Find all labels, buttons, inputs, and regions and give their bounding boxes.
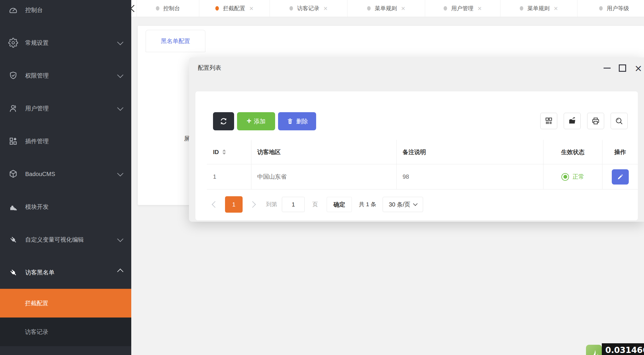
cell-id: 1: [207, 164, 251, 189]
tab-menu-rules-2[interactable]: 菜单规则 ×: [500, 0, 577, 17]
exec-time-badge: 0.031466s: [602, 343, 644, 355]
sidebar-subitem-label: 访客记录: [25, 328, 48, 336]
maximize-icon[interactable]: [619, 64, 626, 72]
chevron-down-icon: [117, 236, 123, 242]
sidebar-subitem-intercept-config[interactable]: 拦截配置: [0, 289, 131, 318]
sidebar-item-label: 访客黑名单: [25, 269, 54, 277]
chevron-left-icon: [130, 5, 137, 12]
plug-icon: [8, 235, 18, 245]
sidebar-item-visitor-blacklist[interactable]: 访客黑名单: [0, 256, 131, 289]
user-icon: [8, 103, 18, 113]
framework-logo: [586, 345, 602, 355]
config-list-window: 配置列表 ×: [189, 57, 644, 222]
table-header-row: ID 访客地区 备注说明 生效状态 操作: [207, 140, 638, 164]
tab-close-icon[interactable]: ×: [401, 5, 405, 12]
per-page-select[interactable]: 30 条/页: [383, 197, 423, 212]
tab-close-icon[interactable]: ×: [554, 5, 558, 12]
tabs-scroll-left-button[interactable]: [131, 0, 137, 17]
print-button[interactable]: [587, 113, 604, 129]
refresh-icon: [219, 117, 228, 126]
delete-button[interactable]: 删除: [278, 112, 316, 130]
column-header-actions: 操作: [602, 140, 638, 164]
tab-close-icon[interactable]: ×: [249, 5, 253, 12]
tab-user-management[interactable]: 用户管理 ×: [425, 0, 500, 17]
add-button-label: 添加: [254, 117, 265, 125]
tab-close-icon[interactable]: ×: [478, 5, 482, 12]
sidebar-subitem-visitor-log[interactable]: 访客记录: [0, 318, 131, 346]
table-row: 1 中国山东省 98 正常: [207, 164, 638, 190]
tab-label: 控制台: [163, 5, 180, 12]
tab-dot-icon: [520, 6, 523, 11]
goto-page-input[interactable]: 1: [282, 197, 305, 212]
shield-check-icon: [8, 71, 18, 81]
sidebar-item-label: 常规设置: [25, 39, 49, 47]
tab-label: 用户管理: [451, 5, 473, 12]
search-button[interactable]: [611, 113, 628, 129]
columns-toggle-button[interactable]: [540, 113, 557, 129]
plus-icon: +: [247, 116, 251, 126]
sidebar-item-label: 用户管理: [25, 105, 49, 112]
export-button[interactable]: [564, 113, 581, 129]
confirm-button[interactable]: 确定: [327, 197, 352, 212]
sidebar-item-users[interactable]: 用户管理: [0, 92, 131, 125]
tab-visitor-log[interactable]: 访客记录 ×: [270, 0, 347, 17]
column-header-id[interactable]: ID: [207, 140, 251, 164]
panel-tab-label: 黑名单配置: [161, 37, 190, 45]
sidebar-item-plugins[interactable]: 插件管理: [0, 125, 131, 158]
goto-label: 到第: [266, 201, 277, 208]
table-card: + 添加 删除: [195, 91, 638, 220]
sort-icon[interactable]: [222, 149, 226, 155]
close-icon[interactable]: ×: [634, 65, 642, 71]
sidebar-item-module-dev[interactable]: 模块开发: [0, 190, 131, 223]
sidebar-item-general-settings[interactable]: 常规设置: [0, 26, 131, 59]
trash-icon: [286, 117, 294, 125]
tab-user-level[interactable]: 用户等级: [577, 0, 644, 17]
next-page-icon[interactable]: [249, 201, 256, 208]
chevron-up-icon: [117, 269, 123, 275]
tab-dot-icon: [289, 6, 293, 11]
printer-icon: [591, 117, 600, 125]
edit-button[interactable]: [612, 169, 629, 185]
tab-label: 访客记录: [297, 5, 319, 12]
tab-menu-rules-1[interactable]: 菜单规则 ×: [347, 0, 425, 17]
pagination: 1 到第 1 页 确定 共 1 条 30 条/页: [207, 196, 423, 213]
search-icon: [615, 117, 623, 125]
column-header-status: 生效状态: [544, 140, 602, 164]
tab-label: 用户等级: [607, 5, 629, 12]
tab-dot-icon: [367, 6, 371, 11]
sidebar-subitem-label: 拦截配置: [25, 299, 48, 307]
tab-dot-icon: [444, 6, 447, 11]
tab-dot-icon: [215, 6, 219, 11]
delete-button-label: 删除: [296, 117, 308, 125]
tab-intercept-config[interactable]: 拦截配置 ×: [199, 0, 270, 17]
add-button[interactable]: + 添加: [237, 112, 275, 130]
sidebar-item-label: 自定义变量可视化编辑: [25, 236, 84, 244]
cell-status: 正常: [544, 164, 602, 189]
tab-label: 菜单规则: [375, 5, 397, 12]
window-controls: ×: [604, 64, 642, 72]
cell-note: 98: [397, 164, 544, 189]
app-screen: 控制台 常规设置 权限管理: [0, 0, 644, 355]
sidebar-item-permissions[interactable]: 权限管理: [0, 59, 131, 92]
tab-console[interactable]: 控制台: [137, 0, 199, 17]
chevron-down-icon: [117, 105, 123, 111]
sidebar-item-label: 插件管理: [25, 137, 49, 145]
prev-page-icon[interactable]: [212, 201, 219, 208]
plugin-blocks-icon: [8, 136, 18, 146]
status-dot-icon: [561, 173, 569, 181]
sidebar-item-custom-vars[interactable]: 自定义变量可视化编辑: [0, 223, 131, 256]
sidebar-item-badoucms[interactable]: BadouCMS: [0, 158, 131, 190]
status-badge: 正常: [561, 173, 584, 181]
sidebar-item-dashboard[interactable]: 控制台: [0, 0, 131, 26]
minimize-icon[interactable]: [604, 68, 611, 69]
refresh-button[interactable]: [213, 112, 234, 130]
tab-blacklist-config[interactable]: 黑名单配置: [146, 30, 205, 52]
cell-region: 中国山东省: [251, 164, 397, 189]
sidebar-item-label: 模块开发: [25, 203, 49, 211]
total-count-label: 共 1 条: [359, 201, 376, 208]
chevron-down-icon: [117, 72, 123, 78]
sidebar: 控制台 常规设置 权限管理: [0, 0, 131, 355]
page-number-button[interactable]: 1: [225, 196, 243, 213]
columns-icon: [544, 117, 553, 125]
tab-close-icon[interactable]: ×: [323, 5, 328, 12]
